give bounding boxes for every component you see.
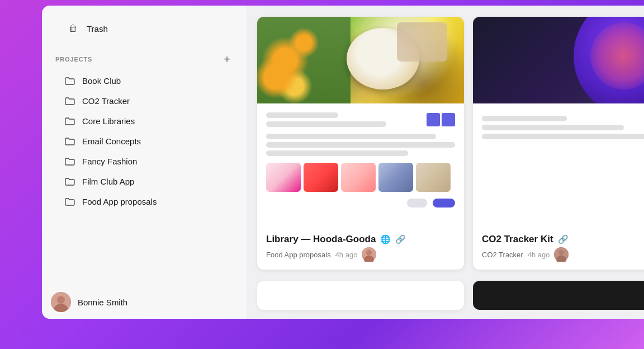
projects-section: PROJECTS + [42,45,246,70]
bottom-card-left [257,281,464,310]
sidebar-item-book-club[interactable]: Book Club [51,71,237,91]
projects-list: Book Club CO2 Tracker Core Libraries Ema… [42,70,246,285]
trash-label: Trash [87,24,108,34]
link-icon: 🔗 [558,234,569,244]
folder-icon [64,77,75,85]
list-view-btn[interactable] [442,113,455,126]
add-project-button[interactable]: + [221,54,233,65]
folder-icon [64,117,75,125]
card-meta: Food App proposals 4h ago [266,247,455,262]
card-image-food [257,17,464,103]
author-avatar [362,247,376,262]
avatar [51,292,71,312]
grid-view-btn[interactable] [427,113,440,126]
sidebar-item-film-club-app[interactable]: Film Club App [51,172,237,191]
folder-icon [64,138,75,145]
cards-grid: Library — Hooda-Gooda 🌐 🔗 Food App propo… [246,6,644,281]
sidebar-item-core-libraries[interactable]: Core Libraries [51,111,237,131]
globe-icon: 🌐 [380,234,391,244]
card-time: 4h ago [528,251,550,259]
sidebar-item-label: Fancy Fashion [82,157,137,166]
co2-visual [473,17,644,103]
skeleton-line [482,116,567,121]
card-body [473,103,644,229]
sidebar-item-label: Film Club App [82,177,134,186]
card-time: 4h ago [335,251,358,259]
folder-icon [64,178,75,186]
card-footer: CO2 Tracker Kit 🔗 CO2 Tracker 4h ago [473,229,644,270]
svg-point-1 [57,296,65,304]
folder-icon [64,97,75,105]
card-project: CO2 Tracker [482,251,523,259]
card-meta: CO2 Tracker 4h ago [482,247,644,262]
sidebar-item-email-concepts[interactable]: Email Concepts [51,131,237,151]
thumbnail[interactable] [416,163,451,192]
user-profile[interactable]: Bonnie Smith [42,285,246,319]
thumbnail-strip [266,163,455,192]
food-photo [257,17,464,103]
card-title-row: Library — Hooda-Gooda 🌐 🔗 [266,234,455,245]
card-body [257,103,464,229]
skeleton-line [266,112,338,118]
card-buttons [266,199,455,207]
sidebar-item-fancy-fashion[interactable]: Fancy Fashion [51,152,237,171]
secondary-button[interactable] [407,199,427,207]
sidebar-item-trash[interactable]: 🗑 Trash [55,17,233,40]
card-co2-tracker-kit: CO2 Tracker Kit 🔗 CO2 Tracker 4h ago [473,17,644,270]
sidebar-top: 🗑 Trash [42,6,246,45]
skeleton-line [266,150,408,156]
card-footer: Library — Hooda-Gooda 🌐 🔗 Food App propo… [257,229,464,270]
projects-header: PROJECTS + [55,54,233,65]
sidebar-item-label: CO2 Tracker [82,96,130,106]
skeleton-line [266,121,386,127]
user-name: Bonnie Smith [78,298,127,307]
skeleton-line [482,125,624,130]
sidebar-item-food-app-proposals[interactable]: Food App proposals [51,192,237,211]
sidebar-item-co2-tracker[interactable]: CO2 Tracker [51,91,237,111]
trash-icon: 🗑 [69,23,80,34]
main-content: Library — Hooda-Gooda 🌐 🔗 Food App propo… [246,6,644,319]
sidebar-item-label: Book Club [82,76,121,86]
sidebar-item-label: Food App proposals [82,197,157,206]
card-library-hooda-gooda: Library — Hooda-Gooda 🌐 🔗 Food App propo… [257,17,464,270]
card-title: CO2 Tracker Kit [482,234,553,245]
skeleton-line [266,142,455,148]
skeleton-line [266,134,436,139]
bottom-cards: 9:41 [246,281,644,319]
card-image-co2 [473,17,644,103]
thumbnail[interactable] [378,163,413,192]
svg-point-7 [558,250,564,256]
thumbnail[interactable] [266,163,301,192]
author-avatar [554,247,569,262]
card-title-row: CO2 Tracker Kit 🔗 [482,234,644,245]
card-project: Food App proposals [266,251,331,259]
primary-button[interactable] [433,199,455,207]
thumbnail[interactable] [341,163,376,192]
skeleton-line [482,134,644,139]
sidebar-item-label: Email Concepts [82,136,141,146]
app-container: 🗑 Trash PROJECTS + Book Club CO2 Trac [42,6,644,319]
sidebar: 🗑 Trash PROJECTS + Book Club CO2 Trac [42,6,246,319]
folder-icon [64,158,75,166]
bottom-card-right: 9:41 [473,281,644,310]
thumbnail[interactable] [304,163,338,192]
svg-point-4 [366,250,372,256]
projects-label: PROJECTS [55,56,92,63]
folder-icon [64,198,75,206]
view-toggle[interactable] [427,113,455,126]
link-icon: 🔗 [395,234,406,244]
card-title: Library — Hooda-Gooda [266,234,376,245]
skeleton-header [266,112,455,127]
sidebar-item-label: Core Libraries [82,116,135,126]
